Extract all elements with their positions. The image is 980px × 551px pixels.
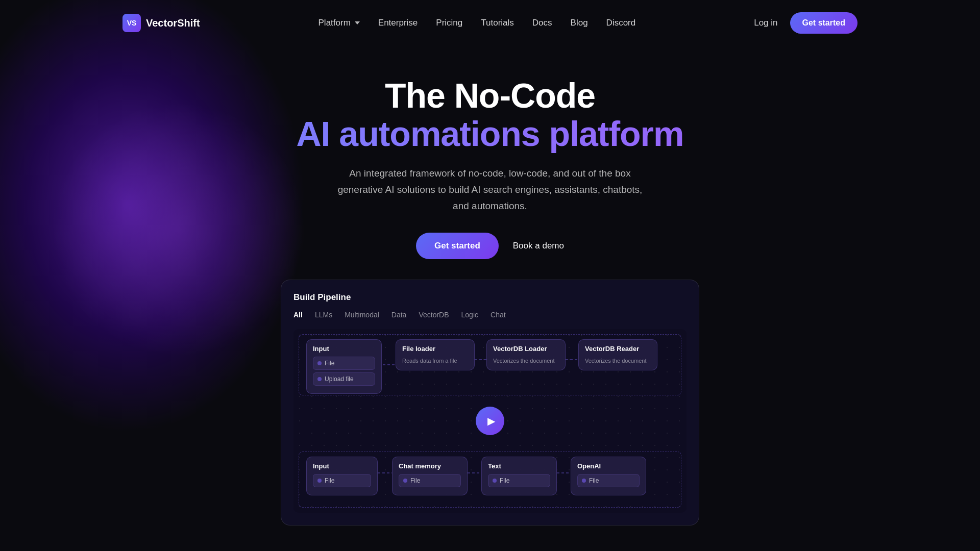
logo[interactable]: VS VectorShift — [122, 14, 200, 32]
navbar: VS VectorShift Platform Enterprise Prici… — [0, 0, 980, 46]
text-node-field-file: File — [488, 474, 550, 487]
openai-node-title: OpenAI — [577, 462, 640, 470]
hero-description: An integrated framework of no-code, low-… — [337, 165, 643, 215]
pipeline-tab-llms[interactable]: LLMs — [315, 311, 332, 319]
input-node-1-field-file: File — [313, 357, 375, 370]
vectordb-reader-title: VectorDB Reader — [585, 345, 651, 353]
hero-title-line2: AI automations platform — [0, 115, 980, 153]
text-node: Text File — [481, 457, 557, 495]
input-node-2: Input File — [306, 457, 378, 495]
vectordb-reader-node: VectorDB Reader Vectorizes the document — [578, 339, 657, 370]
pipeline-card: Build Pipeline All LLMs Multimodal Data … — [281, 280, 699, 525]
field-dot-icon — [317, 377, 322, 381]
nav-pricing[interactable]: Pricing — [436, 18, 462, 28]
openai-node: OpenAI File — [571, 457, 646, 495]
input-node-2-title: Input — [313, 462, 371, 470]
nav-blog[interactable]: Blog — [571, 18, 588, 28]
hero-section: The No-Code AI automations platform An i… — [0, 46, 980, 259]
login-button[interactable]: Log in — [754, 18, 777, 28]
field-dot-icon — [493, 479, 497, 483]
openai-node-field-file: File — [577, 474, 640, 487]
nav-get-started-button[interactable]: Get started — [790, 12, 857, 34]
logo-icon: VS — [122, 14, 141, 32]
vectordb-loader-node: VectorDB Loader Vectorizes the document — [486, 339, 566, 370]
input-node-2-field-file: File — [313, 474, 371, 487]
vectordb-loader-desc: Vectorizes the document — [493, 357, 559, 365]
input-node-1-field-upload: Upload file — [313, 372, 375, 386]
file-loader-desc: Reads data from a file — [402, 357, 468, 365]
nav-platform[interactable]: Platform — [318, 18, 360, 28]
field-dot-icon — [317, 361, 322, 365]
pipeline-tab-logic[interactable]: Logic — [461, 311, 478, 319]
pipeline-tabs: All LLMs Multimodal Data VectorDB Logic … — [293, 311, 687, 319]
pipeline-title: Build Pipeline — [293, 292, 687, 303]
pipeline-tab-all[interactable]: All — [293, 311, 303, 319]
pipeline-canvas: Input File Upload file File loader Reads… — [293, 329, 687, 513]
input-node-1-title: Input — [313, 345, 375, 353]
nav-actions: Log in Get started — [754, 12, 857, 34]
chat-memory-title: Chat memory — [399, 462, 461, 470]
nav-enterprise[interactable]: Enterprise — [378, 18, 418, 28]
chat-memory-node: Chat memory File — [392, 457, 468, 495]
pipeline-tab-vectordb[interactable]: VectorDB — [419, 311, 449, 319]
nav-links: Platform Enterprise Pricing Tutorials Do… — [318, 18, 636, 28]
vectordb-loader-title: VectorDB Loader — [493, 345, 559, 353]
hero-get-started-button[interactable]: Get started — [416, 233, 499, 259]
field-dot-icon — [403, 479, 407, 483]
nav-discord[interactable]: Discord — [606, 18, 636, 28]
logo-name: VectorShift — [146, 17, 200, 29]
play-icon: ▶ — [487, 415, 495, 427]
hero-buttons: Get started Book a demo — [0, 233, 980, 259]
field-dot-icon — [317, 479, 322, 483]
platform-chevron-icon — [355, 21, 360, 24]
hero-title-line1: The No-Code — [0, 77, 980, 115]
pipeline-tab-chat[interactable]: Chat — [491, 311, 506, 319]
text-node-title: Text — [488, 462, 550, 470]
nav-tutorials[interactable]: Tutorials — [481, 18, 514, 28]
pipeline-tab-multimodal[interactable]: Multimodal — [345, 311, 379, 319]
play-button[interactable]: ▶ — [476, 407, 504, 435]
input-node-1: Input File Upload file — [306, 339, 382, 394]
file-loader-title: File loader — [402, 345, 468, 353]
chat-memory-field-file: File — [399, 474, 461, 487]
vectordb-reader-desc: Vectorizes the document — [585, 357, 651, 365]
hero-book-demo-button[interactable]: Book a demo — [513, 241, 564, 251]
nav-docs[interactable]: Docs — [532, 18, 552, 28]
file-loader-node: File loader Reads data from a file — [396, 339, 475, 370]
field-dot-icon — [582, 479, 586, 483]
pipeline-tab-data[interactable]: Data — [391, 311, 407, 319]
